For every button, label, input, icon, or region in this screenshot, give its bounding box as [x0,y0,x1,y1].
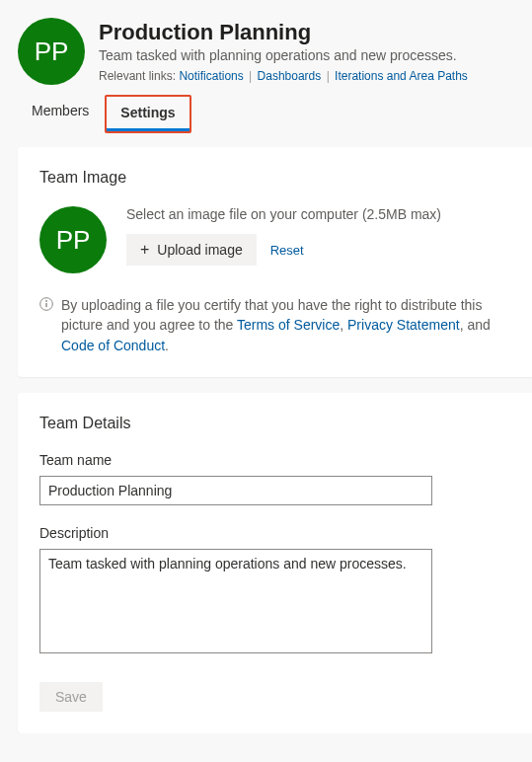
link-notifications[interactable]: Notifications [179,69,243,83]
reset-button[interactable]: Reset [270,243,304,258]
disclaimer-row: By uploading a file you certify that you… [39,295,510,355]
tabs: Members Settings [0,95,532,133]
team-image-card: Team Image PP Select an image file on yo… [18,147,532,377]
team-image-row: PP Select an image file on your computer… [39,206,510,273]
link-separator: | [249,69,255,83]
link-terms-of-service[interactable]: Terms of Service [237,317,340,333]
disclaimer-sep: , [340,317,347,333]
upload-image-label: Upload image [157,242,242,258]
plus-icon: + [140,242,149,258]
upload-row: + Upload image Reset [126,234,510,266]
highlight-box: Settings [105,95,190,133]
disclaimer-sep: , and [460,317,491,333]
team-details-card: Team Details Team name Description Save [18,393,532,733]
tab-settings[interactable]: Settings [107,97,189,131]
team-description-input[interactable] [39,549,432,653]
team-description-field: Description [39,525,510,656]
link-iterations-area-paths[interactable]: Iterations and Area Paths [335,69,468,83]
avatar-initials: PP [35,37,69,67]
team-avatar: PP [18,18,85,85]
team-name-field: Team name [39,452,510,505]
team-name-label: Team name [39,452,510,468]
upload-image-button[interactable]: + Upload image [126,234,257,266]
link-dashboards[interactable]: Dashboards [258,69,322,83]
tab-members[interactable]: Members [18,95,103,133]
team-image-avatar: PP [39,206,107,273]
team-image-title: Team Image [39,169,510,187]
info-icon [39,297,53,314]
relevant-links: Relevant links: Notifications | Dashboar… [99,69,514,83]
relevant-links-label: Relevant links: [99,69,176,83]
avatar-initials: PP [56,225,91,256]
save-button[interactable]: Save [39,682,103,712]
team-header: PP Production Planning Team tasked with … [0,0,532,85]
team-title: Production Planning [99,20,514,45]
upload-hint: Select an image file on your computer (2… [126,206,510,222]
team-image-controls: Select an image file on your computer (2… [126,206,510,266]
svg-point-1 [45,300,47,302]
upload-disclaimer: By uploading a file you certify that you… [61,295,510,355]
svg-rect-2 [45,303,46,307]
team-header-text: Production Planning Team tasked with pla… [99,18,514,83]
team-details-title: Team Details [39,415,510,432]
disclaimer-period: . [165,338,169,353]
team-subtitle: Team tasked with planning operations and… [99,47,514,63]
team-description-label: Description [39,525,510,541]
link-privacy-statement[interactable]: Privacy Statement [347,317,460,333]
link-separator: | [327,69,333,83]
team-name-input[interactable] [39,476,432,505]
link-code-of-conduct[interactable]: Code of Conduct [61,338,165,353]
